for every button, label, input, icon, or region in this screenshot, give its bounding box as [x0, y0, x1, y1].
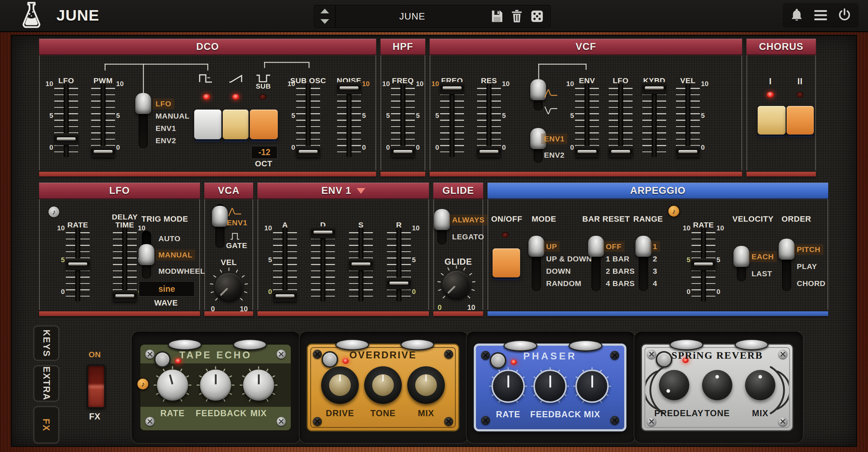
switch-handle[interactable]: [779, 239, 795, 260]
slider-track[interactable]: [477, 88, 501, 152]
switch-option[interactable]: 4: [653, 278, 657, 289]
slider-handle[interactable]: [642, 82, 666, 94]
slider-track[interactable]: [676, 88, 700, 152]
section-title: VCF: [430, 39, 742, 55]
pedal-knob-feedback: FEEDBACK: [196, 366, 235, 418]
switch-option[interactable]: CHORD: [797, 278, 826, 289]
slider-track[interactable]: [311, 232, 335, 297]
oct-display[interactable]: -12: [251, 146, 278, 159]
section-title: ARPEGGIO: [488, 183, 828, 199]
switch-option[interactable]: ENV2: [156, 135, 176, 146]
arpeggio-sync-note-icon[interactable]: ♪: [668, 205, 680, 217]
slider-scale: 1050: [716, 232, 729, 297]
switch-option[interactable]: 1 BAR: [606, 253, 630, 264]
switch-option[interactable]: LFO: [153, 98, 174, 109]
slider-handle[interactable]: [349, 258, 373, 270]
switch-handle[interactable]: [733, 246, 749, 267]
sub-wave-button[interactable]: [250, 110, 278, 139]
slider-track[interactable]: [113, 232, 137, 297]
switch-handle[interactable]: [434, 209, 450, 230]
slider-track[interactable]: [692, 232, 715, 297]
slider-handle[interactable]: [91, 146, 115, 157]
switch-option[interactable]: MANUAL: [156, 111, 190, 121]
slider-handle[interactable]: [575, 146, 599, 157]
switch-handle[interactable]: [139, 244, 154, 265]
slider-handle[interactable]: [54, 133, 78, 145]
slider-track[interactable]: [337, 88, 361, 152]
slider-handle[interactable]: [311, 226, 335, 238]
slider-track[interactable]: [91, 88, 115, 152]
slider-handle[interactable]: [337, 82, 361, 94]
slider-handle[interactable]: [296, 146, 320, 157]
pedal-title: PHASER: [476, 351, 624, 362]
switch-handle[interactable]: [135, 93, 151, 114]
switch-option[interactable]: RANDOM: [546, 278, 582, 289]
saw-wave-button[interactable]: [223, 110, 248, 139]
pulse-wave-button[interactable]: [194, 110, 221, 139]
switch-option[interactable]: UP: [543, 241, 560, 252]
switch-option[interactable]: 1: [650, 241, 660, 252]
lfo-sync-note-icon[interactable]: ♪: [48, 206, 60, 218]
slider-handle[interactable]: [66, 258, 90, 270]
pedal-knob-drive: DRIVE: [320, 366, 360, 418]
switch-option[interactable]: 3: [653, 266, 657, 277]
lfo-wave-select[interactable]: sine: [139, 281, 195, 297]
slider-track[interactable]: [387, 232, 411, 297]
switch-option[interactable]: 2: [653, 253, 657, 264]
slider-handle[interactable]: [477, 146, 501, 157]
switch-option[interactable]: 4 BARS: [606, 278, 635, 289]
switch-option[interactable]: DOWN: [546, 266, 571, 277]
slider-handle[interactable]: [387, 277, 411, 289]
switch-option[interactable]: MANUAL: [156, 250, 195, 260]
slider-track[interactable]: [642, 88, 666, 152]
vca-gate-option[interactable]: GATE: [226, 241, 247, 250]
slider-handle[interactable]: [609, 146, 633, 157]
switch-handle[interactable]: [635, 236, 651, 257]
switch-option[interactable]: EACH: [749, 251, 777, 262]
switch-option[interactable]: PLAY: [797, 261, 817, 272]
tab-fx[interactable]: FX: [33, 406, 59, 444]
switch-handle[interactable]: [528, 236, 544, 257]
slider-track[interactable]: [54, 88, 78, 152]
slider-handle[interactable]: [273, 290, 297, 302]
switch-option[interactable]: OFF: [603, 241, 625, 252]
slider-scale: 1050: [562, 88, 574, 152]
slider-track[interactable]: [273, 232, 297, 297]
switch-option[interactable]: LEGATO: [452, 231, 484, 242]
switch-option[interactable]: MODWHEEL: [158, 266, 205, 277]
slider-handle[interactable]: [676, 146, 700, 157]
slider-track[interactable]: [349, 232, 373, 297]
chorus-i-button[interactable]: [758, 106, 786, 135]
switch-handle[interactable]: [588, 236, 604, 257]
slider-handle[interactable]: [440, 82, 464, 94]
slider-track[interactable]: [609, 88, 633, 152]
section-title: CHORUS: [746, 39, 816, 55]
switch-option[interactable]: PITCH: [794, 244, 824, 255]
switch-option[interactable]: ENV1: [156, 123, 176, 134]
vca-env1-option[interactable]: ENV1: [227, 218, 247, 227]
slider-track[interactable]: [391, 88, 415, 152]
slider-handle[interactable]: [692, 258, 715, 270]
switch-option[interactable]: LAST: [752, 268, 772, 279]
slider-scale: 1050: [41, 88, 53, 152]
arpeggio-onoff-button[interactable]: [493, 248, 520, 277]
section-vcf: VCF 1050FREQRES1050 ENV1ENV2 1050ENVLFOK…: [430, 39, 742, 176]
slider-track[interactable]: [575, 88, 599, 152]
slider-sub-osc: SUB OSC: [296, 69, 320, 152]
switch-option[interactable]: 2 BARS: [606, 266, 635, 277]
env-selector-dropdown-icon[interactable]: [357, 188, 365, 194]
chorus-ii-button[interactable]: [787, 106, 814, 135]
slider-handle[interactable]: [113, 290, 137, 302]
tab-keys[interactable]: KEYS: [33, 325, 59, 361]
slider-handle[interactable]: [391, 146, 415, 157]
switch-handle[interactable]: [212, 206, 228, 227]
section-lfo: LFO ♪ 1050RATEDELAY TIME1050 TRIG MODE A…: [39, 183, 200, 316]
switch-option[interactable]: AUTO: [158, 233, 180, 244]
switch-option[interactable]: ALWAYS: [449, 214, 488, 225]
slider-track[interactable]: [296, 88, 320, 152]
fx-master-switch[interactable]: [87, 364, 106, 409]
slider-track[interactable]: [440, 88, 464, 152]
tab-extra[interactable]: EXTRA: [33, 365, 59, 402]
switch-option[interactable]: UP & DOWN: [546, 253, 592, 264]
slider-track[interactable]: [66, 232, 90, 297]
